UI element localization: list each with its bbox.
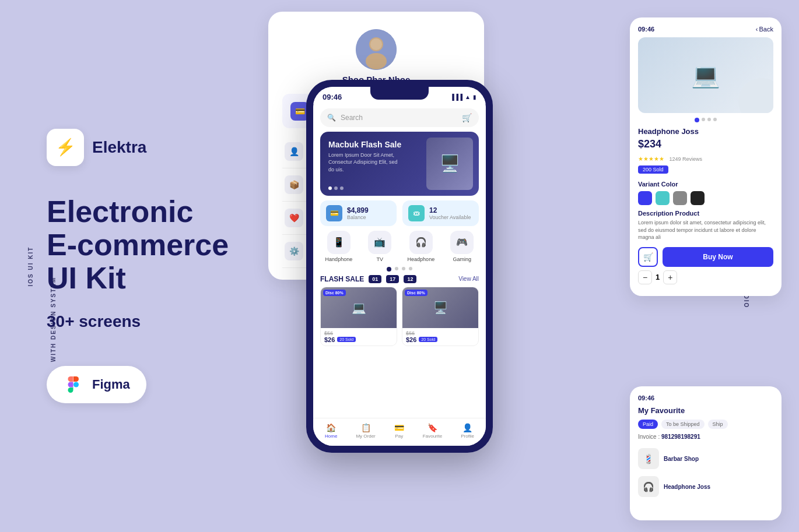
- nav-label-order: My Order: [356, 434, 375, 439]
- nav-label-fav: Favourite: [423, 434, 442, 439]
- category-tv[interactable]: 📺 TV: [368, 231, 391, 262]
- cart-icon: 🛒: [462, 113, 472, 122]
- order-item-1: 💈 Barbar Shop: [638, 445, 773, 473]
- img-dot-1: [695, 118, 699, 122]
- swatch-black[interactable]: [691, 191, 705, 205]
- qty-value: 1: [656, 273, 660, 281]
- dot-2: [334, 186, 338, 190]
- tab-ship[interactable]: Ship: [708, 420, 728, 429]
- qty-increase-button[interactable]: +: [663, 270, 677, 284]
- category-handphone[interactable]: 📱 Handphone: [325, 231, 353, 262]
- tab-shipped[interactable]: To be Shipped: [661, 420, 705, 429]
- swatch-blue[interactable]: [638, 191, 652, 205]
- nav-pay[interactable]: 💳 Pay: [394, 423, 404, 439]
- detail-time: 09:46: [638, 26, 654, 33]
- orders-panel: 09:46 My Favourite Paid To be Shipped Sh…: [630, 386, 782, 520]
- voucher-count: 12: [429, 206, 471, 214]
- rating-row: ★★★★★ 1249 Reviews: [638, 153, 773, 163]
- status-icons: ▐▐▐ ▲ ▮: [450, 94, 476, 100]
- logo-icon: ⚡: [47, 129, 84, 166]
- nav-favourite[interactable]: 🔖 Favourite: [423, 423, 442, 439]
- add-to-cart-button[interactable]: 🛒: [638, 247, 658, 267]
- img-dot-3: [707, 118, 711, 121]
- order-item-info-2: Headphone Joss: [664, 484, 710, 490]
- nav-order[interactable]: 📋 My Order: [356, 423, 375, 439]
- time-badge-2: 17: [386, 275, 399, 283]
- swatch-teal[interactable]: [656, 191, 670, 205]
- balance-row: 💳 $4,899 Balance 🎟 12 Voucher Available: [320, 200, 479, 226]
- category-label-gaming: Gaming: [453, 256, 472, 262]
- voucher-card: 🎟 12 Voucher Available: [402, 200, 479, 226]
- phone-mockup: 09:46 ▐▐▐ ▲ ▮ 🔍 Search 🛒 Macbuk Flash Sa…: [306, 80, 493, 453]
- search-placeholder: Search: [341, 114, 457, 122]
- price-1: $26: [324, 336, 335, 343]
- figma-text: Figma: [92, 377, 130, 392]
- sold-badge-1: 20 Sold: [337, 337, 356, 342]
- banner-dots: [328, 186, 344, 190]
- detail-actions: 🛒 Buy Now: [638, 247, 773, 267]
- invoice-label: Invoice :: [638, 434, 660, 440]
- order-tabs: Paid To be Shipped Ship: [638, 420, 773, 429]
- product-price: $234: [638, 138, 773, 150]
- nav-home[interactable]: 🏠 Home: [325, 423, 337, 439]
- back-button[interactable]: ‹ Back: [756, 26, 773, 33]
- bottom-nav: 🏠 Home 📋 My Order 💳 Pay 🔖 Favourite 👤: [313, 418, 486, 446]
- phone-notch: [370, 87, 429, 100]
- figma-logo: [63, 374, 84, 395]
- profile-menu-icon-4: ⚙️: [285, 242, 303, 260]
- logo-text: Elektra: [92, 138, 146, 157]
- old-price-1: $56: [324, 330, 393, 336]
- view-all-link[interactable]: View All: [458, 276, 479, 282]
- page-dot-3: [402, 267, 405, 270]
- variant-label: Variant Color: [638, 181, 773, 188]
- page-indicators: [313, 267, 486, 272]
- product-info-1: $56 $26 20 Sold: [321, 328, 397, 346]
- order-item-2: 🎧 Headphone Joss: [638, 473, 773, 501]
- signal-icon: ▐▐▐: [450, 94, 462, 100]
- category-icon-headphone: 🎧: [409, 231, 433, 254]
- order-item-name-2: Headphone Joss: [664, 484, 710, 490]
- invoice-number: 981298198291: [661, 434, 700, 440]
- buy-now-button[interactable]: Buy Now: [663, 247, 773, 267]
- phone-outer: 09:46 ▐▐▐ ▲ ▮ 🔍 Search 🛒 Macbuk Flash Sa…: [306, 80, 493, 453]
- disc-badge-1: Disc 80%: [323, 290, 346, 296]
- price-2: $26: [406, 336, 416, 343]
- phone-screen: 09:46 ▐▐▐ ▲ ▮ 🔍 Search 🛒 Macbuk Flash Sa…: [313, 87, 486, 446]
- product-card-2[interactable]: Disc 80% 🖥️ $56 $26 20 Sold: [402, 287, 479, 346]
- star-rating: ★★★★★: [638, 156, 664, 162]
- profile-avatar: [356, 29, 397, 70]
- dot-3: [340, 186, 344, 190]
- search-bar[interactable]: 🔍 Search 🛒: [320, 108, 479, 127]
- nav-profile[interactable]: 👤 Profile: [461, 423, 474, 439]
- balance-amount: $4,899: [347, 206, 369, 214]
- profile-icon: 👤: [462, 423, 472, 432]
- product-card-1[interactable]: Disc 80% 💻 $56 $26 20 Sold: [320, 287, 397, 346]
- category-icon-tv: 📺: [368, 231, 391, 254]
- category-headphone[interactable]: 🎧 Headphone: [408, 231, 435, 262]
- quantity-control: − 1 +: [638, 270, 773, 284]
- desc-text: Lorem ipsum dolor sit amet, consectetur …: [638, 219, 773, 241]
- qty-decrease-button[interactable]: −: [638, 270, 652, 284]
- search-icon: 🔍: [327, 114, 336, 122]
- sold-badge-2: 20 Sold: [419, 337, 437, 342]
- banner-subtitle: Lorem Ipsum Door Sit Amet, Consectur Adi…: [328, 152, 404, 174]
- fav-icon: 🔖: [427, 423, 437, 432]
- tab-paid[interactable]: Paid: [638, 420, 658, 429]
- profile-menu-icon: 👤: [285, 142, 303, 161]
- img-dot-2: [702, 118, 705, 121]
- swatch-gray[interactable]: [673, 191, 687, 205]
- nav-label-home: Home: [325, 434, 337, 439]
- balance-card: 💳 $4,899 Balance: [320, 200, 397, 226]
- category-label-phone: Handphone: [325, 256, 353, 262]
- desc-label: Description Product: [638, 210, 773, 217]
- voucher-info: 12 Voucher Available: [429, 206, 471, 220]
- side-label-ios: IOS UI KIT: [27, 246, 34, 286]
- invoice-row: Invoice : 981298198291: [638, 434, 773, 440]
- wifi-icon: ▲: [465, 94, 471, 100]
- category-icon-gaming: 🎮: [450, 231, 474, 254]
- balance-card-icon: 💳: [326, 205, 342, 221]
- logo-area: ⚡ Elektra: [47, 129, 257, 166]
- category-gaming[interactable]: 🎮 Gaming: [450, 231, 474, 262]
- disc-badge-2: Disc 80%: [405, 290, 427, 296]
- product-name: Headphone Joss: [638, 127, 773, 136]
